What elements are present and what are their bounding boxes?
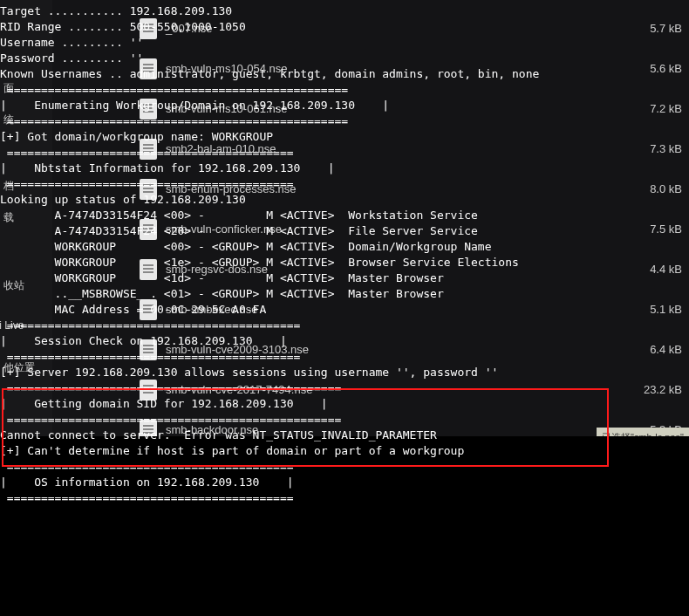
file-row[interactable]: smb-vuln-ms10-054.nse5.6 kB [52,49,689,89]
sidebar-item-trash[interactable]: 收站 [3,277,24,293]
sidebar-item-system[interactable]: 统 [3,112,14,127]
file-row[interactable]: smb2-bal-am-010.nse7.3 kB [52,129,689,169]
file-icon [140,139,157,160]
file-name: smb2-bal-am-010.nse [166,141,276,157]
sidebar-item-desktop[interactable]: 面 [3,80,14,96]
file-name: smb-vuln-ms10-061.nse [166,101,287,117]
file-row[interactable]: smb-vuln-cve-2017-7494.nse23.2 kB [52,370,689,410]
file-name: smb-enum-processes.nse [166,181,297,197]
file-size: 7.5 kB [650,222,682,237]
file-name: smb-vuln-ms10-054.nse [166,61,287,77]
file-row[interactable]: smb-vuln-conficker.nse7.5 kB [52,209,689,250]
sidebar-item-docs[interactable]: 档 [3,178,14,194]
file-icon [140,219,157,240]
file-name: smb-vuln-cve-2017-7494.nse [166,382,312,398]
file-icon [140,18,157,39]
file-row[interactable]: smb-vuln-ms10-061.nse7.2 kB [52,89,689,129]
file-size: 6.4 kB [650,342,682,358]
file-size: 4.4 kB [650,262,682,277]
file-size: 23.2 kB [644,382,682,398]
file-size: 5.6 kB [650,61,682,77]
file-name: smb-regsvc-dos.nse [166,262,268,277]
file-list[interactable]: _007.nse5.7 kBsmb-vuln-ms10-054.nse5.6 k… [52,0,689,462]
file-name: _007.nse [166,21,213,37]
file-name: smb-vuln-cve2009-3103.nse [166,342,309,358]
file-row[interactable]: _007.nse5.7 kB [52,9,689,49]
file-icon [140,299,157,320]
file-icon [140,339,157,360]
sidebar-item-other[interactable]: 他位置 [3,359,35,375]
file-row[interactable]: smb-vuln-cve2009-3103.nse6.4 kB [52,330,689,370]
terminal-bottom-fill [0,436,689,616]
file-icon [140,179,157,200]
file-row[interactable]: smb-enum-processes.nse8.0 kB [52,169,689,209]
app-background: 面 统 档 载 收站 ali Live 他位置 _007.nse5.7 kBsm… [0,0,689,616]
file-size: 7.2 kB [650,101,682,117]
file-size: 7.3 kB [650,141,682,157]
file-icon [140,259,157,280]
file-icon [140,99,157,120]
file-icon [140,380,157,400]
file-row[interactable]: smb-smbexec.nse5.1 kB [52,290,689,330]
file-size: 5.7 kB [650,21,682,37]
file-icon [140,58,157,79]
file-size: 8.0 kB [650,181,682,197]
sidebar-item-dl[interactable]: 载 [3,209,14,225]
file-name: smb-vuln-conficker.nse [166,222,282,237]
sidebar-item-live[interactable]: ali Live [0,318,24,333]
file-size: 5.1 kB [650,302,682,318]
file-name: smb-smbexec.nse [166,302,257,318]
file-row[interactable]: smb-regsvc-dos.nse4.4 kB [52,250,689,290]
